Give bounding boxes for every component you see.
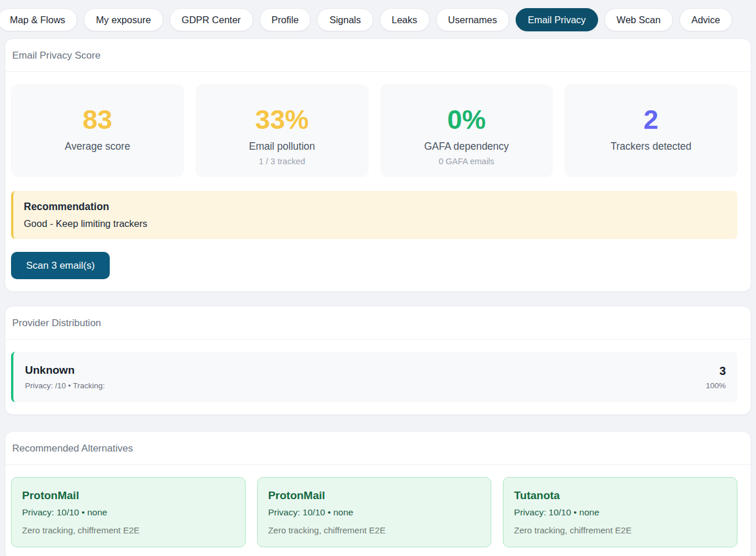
provider-percent: 100% — [705, 381, 726, 390]
email-privacy-score-title: Email Privacy Score — [5, 39, 751, 72]
provider-count: 3 — [705, 364, 726, 378]
recommendation-title: Recommendation — [24, 201, 727, 213]
alternative-card-protonmail-2: ProtonMail Privacy: 10/10 • none Zero tr… — [257, 477, 492, 547]
email-privacy-score-body: 83 Average score 33% Email pollution 1 /… — [5, 72, 751, 291]
email-pollution-label: Email pollution — [196, 140, 369, 153]
average-score-value: 83 — [11, 106, 184, 133]
email-pollution-sub: 1 / 3 tracked — [196, 157, 369, 166]
average-score-label: Average score — [11, 140, 184, 153]
recommended-alternatives-card: Recommended Alternatives ProtonMail Priv… — [5, 431, 751, 556]
email-pollution-value: 33% — [196, 106, 369, 133]
gafa-dependency-value: 0% — [380, 106, 553, 133]
tab-signals[interactable]: Signals — [317, 8, 373, 31]
alternative-description: Zero tracking, chiffrement E2E — [514, 525, 726, 535]
stat-card-trackers-detected: 2 Trackers detected — [564, 84, 737, 177]
alternative-card-protonmail-1: ProtonMail Privacy: 10/10 • none Zero tr… — [11, 477, 246, 547]
scan-emails-button[interactable]: Scan 3 email(s) — [11, 252, 110, 279]
alternative-card-tutanota: Tutanota Privacy: 10/10 • none Zero trac… — [503, 477, 737, 547]
tab-leaks[interactable]: Leaks — [380, 8, 430, 31]
tab-email-privacy[interactable]: Email Privacy — [516, 8, 598, 31]
score-stats-grid: 83 Average score 33% Email pollution 1 /… — [11, 84, 737, 177]
provider-distribution-body: Unknown Privacy: /10 • Tracking: 3 100% — [5, 340, 751, 414]
trackers-detected-label: Trackers detected — [564, 140, 737, 153]
alternative-description: Zero tracking, chiffrement E2E — [268, 525, 481, 535]
provider-row-unknown: Unknown Privacy: /10 • Tracking: 3 100% — [11, 352, 737, 402]
tab-bar: Map & Flows My exposure GDPR Center Prof… — [0, 0, 756, 31]
stat-card-email-pollution: 33% Email pollution 1 / 3 tracked — [196, 84, 369, 177]
tab-usernames[interactable]: Usernames — [436, 8, 509, 31]
stat-card-average-score: 83 Average score — [11, 84, 184, 177]
tab-gdpr-center[interactable]: GDPR Center — [170, 8, 253, 31]
tab-advice[interactable]: Advice — [679, 8, 733, 31]
provider-row-right: 3 100% — [705, 364, 726, 390]
stat-card-gafa-dependency: 0% GAFA dependency 0 GAFA emails — [380, 84, 553, 177]
alternative-privacy: Privacy: 10/10 • none — [514, 507, 726, 518]
alternative-name: ProtonMail — [22, 489, 235, 502]
recommendation-banner: Recommendation Good - Keep limiting trac… — [11, 191, 737, 239]
recommended-alternatives-title: Recommended Alternatives — [5, 432, 751, 465]
provider-distribution-title: Provider Distribution — [5, 306, 751, 340]
alternative-description: Zero tracking, chiffrement E2E — [22, 525, 235, 535]
tab-profile[interactable]: Profile — [260, 8, 311, 31]
provider-name: Unknown — [25, 364, 105, 377]
alternative-privacy: Privacy: 10/10 • none — [22, 507, 235, 518]
trackers-detected-value: 2 — [564, 106, 737, 133]
alternative-name: ProtonMail — [268, 489, 481, 502]
provider-row-left: Unknown Privacy: /10 • Tracking: — [25, 364, 105, 390]
tab-web-scan[interactable]: Web Scan — [604, 8, 673, 31]
tab-map-flows[interactable]: Map & Flows — [0, 8, 77, 31]
provider-details: Privacy: /10 • Tracking: — [25, 381, 105, 390]
provider-distribution-card: Provider Distribution Unknown Privacy: /… — [5, 306, 751, 415]
gafa-dependency-label: GAFA dependency — [380, 140, 553, 153]
gafa-dependency-sub: 0 GAFA emails — [380, 157, 553, 166]
recommendation-text: Good - Keep limiting trackers — [24, 218, 727, 229]
alternatives-grid: ProtonMail Privacy: 10/10 • none Zero tr… — [11, 477, 737, 547]
email-privacy-score-card: Email Privacy Score 83 Average score 33%… — [5, 38, 751, 292]
recommended-alternatives-body: ProtonMail Privacy: 10/10 • none Zero tr… — [5, 465, 751, 556]
tab-my-exposure[interactable]: My exposure — [84, 8, 163, 31]
alternative-name: Tutanota — [514, 489, 726, 502]
alternative-privacy: Privacy: 10/10 • none — [268, 507, 481, 518]
